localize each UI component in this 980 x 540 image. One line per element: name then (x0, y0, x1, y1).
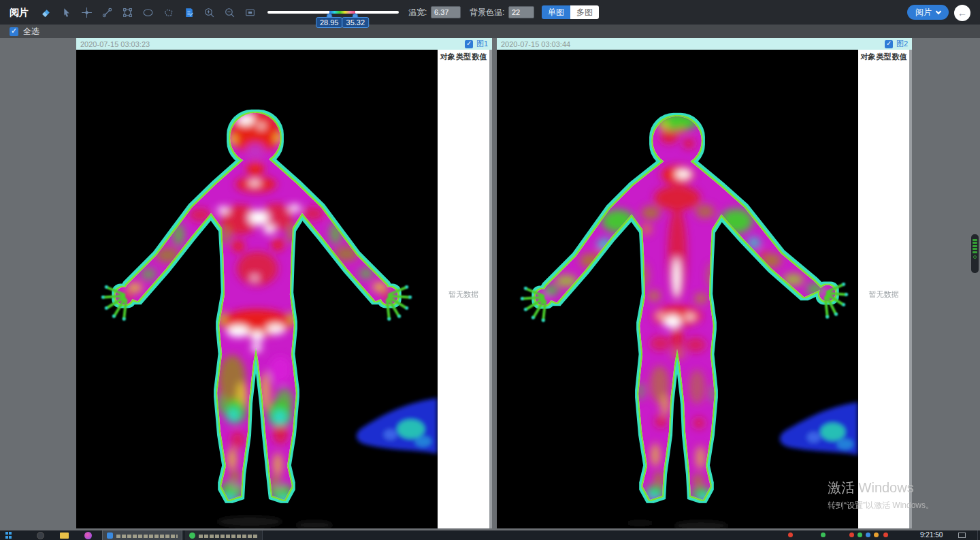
slider-low-value: 28.95 (316, 17, 343, 28)
app-icon (107, 533, 113, 539)
tray-icon[interactable] (788, 533, 793, 537)
panel2-body: 对象 类型 数值 暂无数据 (497, 50, 912, 528)
thermal-review-screen: 阅片 (0, 0, 980, 540)
view-mode-toggle: 单图 多图 (542, 5, 599, 19)
eraser-icon[interactable] (38, 5, 53, 20)
panel1-data-panel: 对象 类型 数值 暂无数据 (438, 50, 492, 528)
panel1-label: 图1 (476, 39, 488, 49)
app-icon (189, 533, 195, 539)
panel1-table-header: 对象 类型 数值 (438, 50, 489, 63)
panel2-empty-text: 暂无数据 (858, 289, 909, 300)
panel1-empty-text: 暂无数据 (438, 289, 489, 300)
back-button[interactable] (954, 5, 970, 21)
panel1-checkbox[interactable] (465, 40, 473, 48)
line-measure-icon[interactable] (99, 5, 114, 20)
tray-icon[interactable] (858, 533, 862, 537)
tray-icon[interactable] (866, 533, 870, 537)
point-marker-icon[interactable] (79, 5, 94, 20)
multi-view-button[interactable]: 多图 (570, 5, 599, 19)
read-menu-label: 阅片 (915, 5, 932, 20)
report-edit-icon[interactable] (181, 5, 196, 20)
panel1-header: 2020-07-15 03:03:23 图1 (76, 38, 492, 50)
read-menu-button[interactable]: 阅片 (907, 5, 949, 20)
panel2-data-panel: 对象 类型 数值 暂无数据 (858, 50, 912, 528)
taskbar-clock[interactable]: 9:21:50 (920, 531, 943, 539)
thermal-body-front (76, 50, 438, 528)
taskbar-app-active[interactable] (102, 530, 182, 540)
temp-width-input[interactable] (431, 6, 461, 18)
level-indicator[interactable] (971, 234, 979, 273)
image-panel-1: 2020-07-15 03:03:23 图1 (76, 38, 492, 528)
polygon-roi-icon[interactable] (161, 5, 176, 20)
col-object: 对象 (861, 52, 876, 62)
fit-screen-icon[interactable] (242, 5, 257, 20)
panel2-timestamp: 2020-07-15 03:03:44 (501, 40, 885, 48)
panel1-timestamp: 2020-07-15 03:03:23 (80, 40, 465, 48)
select-cursor-icon[interactable] (59, 5, 74, 20)
col-type: 类型 (456, 52, 471, 62)
panel2-label: 图2 (896, 39, 908, 49)
tool-group (38, 5, 257, 20)
zoom-in-icon[interactable] (201, 5, 216, 20)
ellipse-roi-icon[interactable] (140, 5, 155, 20)
app-label-truncated (116, 535, 178, 538)
slider-color-range (329, 11, 356, 14)
blue-arm-artifact (780, 402, 858, 455)
app-title: 阅片 (10, 0, 29, 25)
sub-toolbar: 全选 (0, 25, 980, 38)
photos-app-icon[interactable] (84, 532, 92, 539)
col-type: 类型 (877, 52, 892, 62)
show-desktop-button[interactable] (977, 530, 980, 540)
select-all-label: 全选 (23, 26, 39, 37)
browser-icon[interactable] (37, 532, 44, 539)
blue-arm-artifact (357, 398, 438, 454)
image-panel-2: 2020-07-15 03:03:44 图2 (497, 38, 912, 528)
tray-icon[interactable] (821, 533, 826, 537)
col-value: 数值 (892, 52, 907, 62)
thermal-body-back (497, 50, 858, 528)
panel1-body: 对象 类型 数值 暂无数据 (76, 50, 492, 528)
single-view-button[interactable]: 单图 (542, 5, 570, 19)
notification-icon[interactable] (958, 533, 966, 538)
col-value: 数值 (472, 52, 487, 62)
top-toolbar: 阅片 (0, 0, 980, 25)
panel2-header: 2020-07-15 03:03:44 图2 (497, 38, 912, 50)
tray-icon[interactable] (849, 533, 854, 537)
select-all-checkbox[interactable] (10, 27, 18, 36)
start-button[interactable] (5, 532, 12, 539)
bg-temp-label: 背景色温: (470, 0, 504, 25)
chevron-down-icon (936, 8, 941, 14)
thermal-image-2[interactable] (497, 50, 858, 528)
windows-taskbar: 9:21:50 (0, 530, 980, 540)
app-label-truncated (199, 535, 258, 538)
tray-icon[interactable] (874, 533, 879, 537)
slider-high-value: 35.32 (342, 17, 370, 28)
temp-width-label: 温宽: (408, 0, 427, 25)
file-explorer-icon[interactable] (60, 533, 69, 539)
col-object: 对象 (440, 52, 455, 62)
temperature-range-slider: 28.95 35.32 (267, 7, 399, 25)
taskbar-app-2[interactable] (185, 530, 263, 540)
panel2-table-header: 对象 类型 数值 (858, 50, 909, 63)
tray-icon[interactable] (883, 533, 888, 537)
panel2-checkbox[interactable] (885, 40, 893, 48)
slider-track[interactable] (267, 11, 399, 14)
zoom-out-icon[interactable] (222, 5, 237, 20)
rect-roi-icon[interactable] (120, 5, 135, 20)
thermal-image-1[interactable] (76, 50, 438, 528)
bg-temp-input[interactable] (508, 6, 534, 18)
